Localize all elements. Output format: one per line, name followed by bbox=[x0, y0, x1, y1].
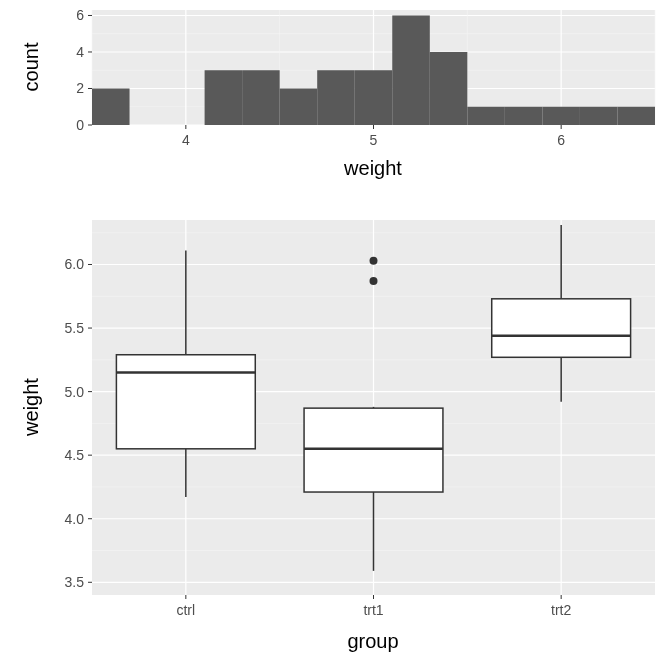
x-tick-label: ctrl bbox=[176, 602, 195, 618]
histogram-bar bbox=[355, 70, 393, 125]
histogram-bar bbox=[430, 52, 468, 125]
y-tick-label: 5.5 bbox=[65, 320, 85, 336]
histogram-bar bbox=[392, 15, 430, 125]
box bbox=[116, 355, 255, 449]
boxplot-panel: ctrltrt1trt2 3.54.04.55.05.56.0 group we… bbox=[20, 220, 655, 652]
histogram-xlabel: weight bbox=[343, 157, 402, 179]
y-tick-label: 4.0 bbox=[65, 511, 85, 527]
boxplot-x-ticks: ctrltrt1trt2 bbox=[176, 595, 571, 618]
histogram-panel: 456 0246 weight count bbox=[20, 7, 655, 179]
histogram-bar bbox=[467, 107, 505, 125]
y-tick-label: 4.5 bbox=[65, 447, 85, 463]
histogram-x-ticks: 456 bbox=[182, 125, 565, 148]
y-tick-label: 3.5 bbox=[65, 574, 85, 590]
outlier-point bbox=[370, 277, 378, 285]
x-tick-label: 4 bbox=[182, 132, 190, 148]
y-tick-label: 6 bbox=[76, 7, 84, 23]
y-tick-label: 6.0 bbox=[65, 256, 85, 272]
histogram-bar bbox=[92, 88, 130, 125]
boxplot-y-ticks: 3.54.04.55.05.56.0 bbox=[65, 256, 92, 590]
x-tick-label: trt2 bbox=[551, 602, 571, 618]
y-tick-label: 2 bbox=[76, 80, 84, 96]
y-tick-label: 0 bbox=[76, 117, 84, 133]
histogram-bar bbox=[205, 70, 243, 125]
histogram-bar bbox=[580, 107, 618, 125]
y-tick-label: 4 bbox=[76, 44, 84, 60]
histogram-bar bbox=[505, 107, 543, 125]
box bbox=[492, 299, 631, 357]
box bbox=[304, 408, 443, 492]
histogram-bar bbox=[280, 88, 318, 125]
boxplot-ylabel: weight bbox=[20, 378, 42, 437]
chart-figure: 456 0246 weight count ctrltrt1trt2 3.54.… bbox=[0, 0, 672, 672]
x-tick-label: 5 bbox=[370, 132, 378, 148]
histogram-ylabel: count bbox=[20, 42, 42, 91]
outlier-point bbox=[370, 257, 378, 265]
x-tick-label: 6 bbox=[557, 132, 565, 148]
x-tick-label: trt1 bbox=[363, 602, 383, 618]
histogram-bar bbox=[617, 107, 655, 125]
histogram-bar bbox=[242, 70, 280, 125]
boxplot-xlabel: group bbox=[347, 630, 398, 652]
y-tick-label: 5.0 bbox=[65, 384, 85, 400]
histogram-bar bbox=[317, 70, 355, 125]
histogram-y-ticks: 0246 bbox=[76, 7, 92, 133]
histogram-bar bbox=[542, 107, 580, 125]
